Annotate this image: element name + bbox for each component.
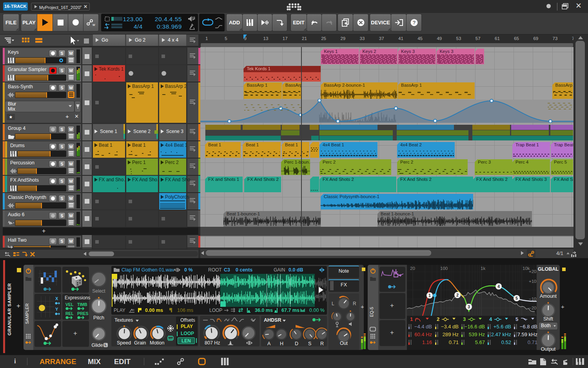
svg-text:2: 2 xyxy=(456,293,459,297)
svg-text:3: 3 xyxy=(468,305,470,309)
svg-text:w: w xyxy=(92,23,95,27)
svg-text:1: 1 xyxy=(428,293,431,298)
svg-text:?: ? xyxy=(413,20,416,26)
svg-text:4: 4 xyxy=(497,284,500,289)
svg-text:5: 5 xyxy=(515,296,518,301)
svg-text:RAM: RAM xyxy=(168,337,173,340)
svg-text:R: R xyxy=(132,308,134,312)
